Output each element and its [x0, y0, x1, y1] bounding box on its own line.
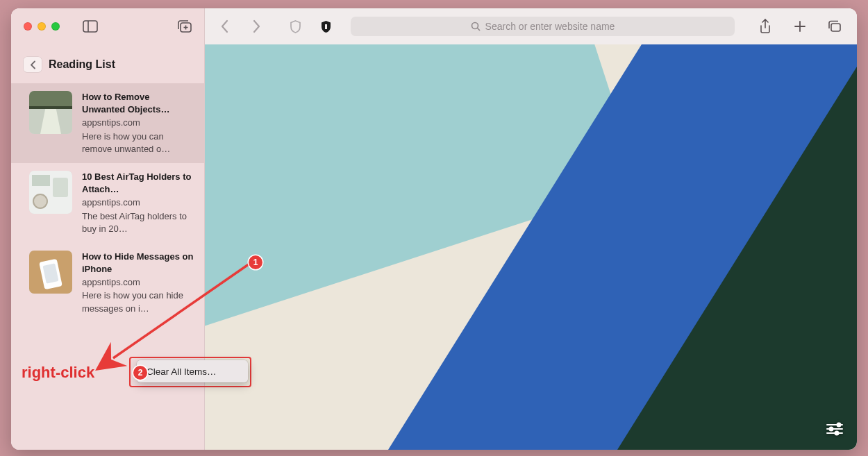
item-thumbnail [29, 91, 72, 134]
item-domain: appsntips.com [82, 117, 194, 129]
window-controls [24, 22, 60, 31]
fullscreen-window-button[interactable] [51, 22, 60, 31]
reading-list-item[interactable]: How to Hide Messages on iPhone appsntips… [11, 243, 204, 323]
privacy-report-icon[interactable] [285, 17, 305, 36]
new-tab-button[interactable] [790, 17, 810, 36]
item-domain: appsntips.com [82, 276, 194, 289]
svg-point-6 [471, 23, 478, 29]
context-menu-item-clear-all[interactable]: Clear All Items… [147, 366, 217, 377]
item-preview: Here is how you can remove unwanted o… [82, 130, 194, 155]
svg-point-16 [33, 194, 47, 208]
annotation-step-badge: 2 [133, 366, 147, 380]
window-body: Reading List How to Remove Unwanted Obje… [11, 44, 857, 450]
minimize-window-button[interactable] [37, 22, 46, 31]
svg-rect-17 [53, 178, 68, 197]
nav-arrows [215, 17, 266, 36]
item-preview: Here is how you can hide messages on i… [82, 289, 194, 314]
titlebar: Search or enter website name [11, 8, 857, 44]
item-text: How to Remove Unwanted Objects… appsntip… [82, 91, 194, 155]
extension-shield-icon[interactable] [316, 17, 335, 36]
svg-point-25 [830, 428, 833, 431]
sidebar-title: Reading List [49, 58, 115, 71]
svg-rect-18 [32, 175, 50, 186]
forward-button[interactable] [247, 17, 266, 36]
toggle-sidebar-button[interactable] [81, 17, 100, 36]
annotation-highlight-box: Clear All Items… [129, 357, 251, 387]
item-title: 10 Best AirTag Holders to Attach… [82, 171, 194, 196]
url-placeholder: Search or enter website name [485, 21, 615, 32]
titlebar-sidebar-area [11, 8, 205, 44]
tab-overview-button[interactable] [825, 17, 844, 36]
titlebar-main-area: Search or enter website name [205, 8, 857, 44]
sidebar-back-button[interactable] [24, 57, 42, 72]
start-page-content [205, 44, 857, 450]
reading-list-items: How to Remove Unwanted Objects… appsntip… [11, 83, 204, 323]
url-search-bar[interactable]: Search or enter website name [351, 17, 735, 36]
reading-list-sidebar: Reading List How to Remove Unwanted Obje… [11, 44, 205, 450]
svg-point-27 [835, 432, 839, 435]
item-text: 10 Best AirTag Holders to Attach… appsnt… [82, 171, 194, 235]
tab-group-button[interactable] [175, 17, 194, 36]
share-button[interactable] [756, 17, 775, 36]
svg-rect-5 [325, 24, 327, 29]
svg-line-7 [477, 28, 480, 31]
toolbar-right-icons [756, 17, 844, 36]
svg-point-23 [837, 423, 841, 427]
reading-list-item[interactable]: How to Remove Unwanted Objects… appsntip… [11, 83, 204, 163]
svg-rect-10 [831, 24, 840, 31]
annotation-step-badge: 1 [249, 255, 262, 269]
item-title: How to Remove Unwanted Objects… [82, 91, 194, 116]
item-thumbnail [29, 171, 72, 214]
back-button[interactable] [215, 17, 234, 36]
close-window-button[interactable] [24, 22, 32, 31]
item-title: How to Hide Messages on iPhone [82, 251, 194, 276]
context-menu: Clear All Items… [137, 360, 248, 382]
item-preview: The best AirTag holders to buy in 20… [82, 210, 194, 235]
reading-list-item[interactable]: 10 Best AirTag Holders to Attach… appsnt… [11, 163, 204, 243]
sidebar-header: Reading List [11, 44, 204, 83]
start-page-settings-button[interactable] [824, 419, 846, 439]
annotation-label: right-click [22, 364, 94, 382]
svg-rect-12 [29, 91, 72, 106]
item-text: How to Hide Messages on iPhone appsntips… [82, 251, 194, 315]
svg-rect-0 [83, 21, 97, 32]
svg-rect-14 [29, 106, 72, 109]
search-icon [471, 22, 481, 31]
item-thumbnail [29, 251, 72, 294]
item-domain: appsntips.com [82, 196, 194, 209]
